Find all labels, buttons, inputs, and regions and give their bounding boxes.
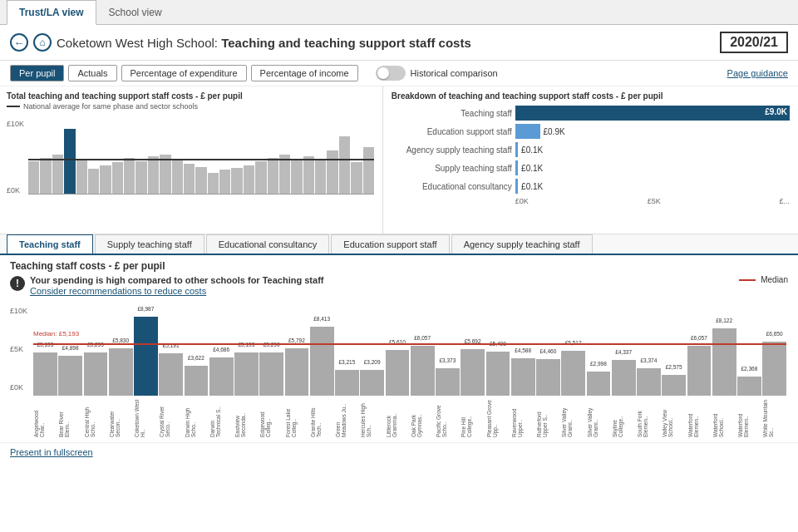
breakdown-bar-agency — [515, 142, 518, 157]
bottom-bars: £5,193 £4,898 £5,295 £5,830 £8,987 £5,19… — [33, 300, 786, 396]
xl-3: Central High Scho.. — [84, 399, 108, 437]
b-bar-24: £4,337 — [612, 360, 636, 396]
page-guidance-link[interactable]: Page guidance — [727, 68, 788, 78]
filter-actuals[interactable]: Actuals — [68, 65, 116, 81]
median-line-icon — [739, 279, 756, 281]
y-labels-bottom: £10K £5K £0K — [10, 300, 33, 392]
bar-9 — [124, 158, 135, 195]
b-bar-11: £5,792 — [285, 348, 309, 396]
bottom-title: Teaching staff costs - £ per pupil — [10, 260, 788, 272]
xl-7: Darwin High Scho.. — [185, 399, 209, 437]
sub-tab-teaching[interactable]: Teaching staff — [7, 234, 93, 254]
sub-tab-edu-support[interactable]: Education support staff — [331, 234, 449, 254]
right-chart: Breakdown of teaching and teaching suppo… — [383, 86, 798, 234]
bar-29 — [363, 147, 374, 195]
bar-28 — [351, 162, 362, 195]
xl-24: Skyline College.. — [612, 399, 636, 437]
charts-row: Total teaching and teaching support staf… — [0, 86, 798, 234]
b-bar-4: £5,830 — [109, 348, 133, 396]
historical-toggle[interactable] — [376, 66, 406, 81]
sub-tab-supply[interactable]: Supply teaching staff — [95, 234, 204, 254]
fullscreen-link[interactable]: Present in fullscreen — [10, 447, 93, 457]
b-bar-22: £5,517 — [561, 351, 585, 396]
home-button[interactable]: ⌂ — [33, 33, 52, 52]
breakdown-bar-wrap-teaching: £9.0K — [515, 106, 790, 121]
xl-28: Waterford School.. — [712, 399, 736, 437]
top-tabs: Trust/LA view School view — [0, 0, 798, 25]
toggle-label: Historical comparison — [411, 68, 498, 78]
b-bar-10: £5,296 — [259, 352, 283, 396]
legend-line-icon — [7, 106, 20, 107]
tab-trust-la[interactable]: Trust/LA view — [7, 0, 96, 25]
bar-11 — [148, 156, 159, 195]
alert-content: Your spending is high compared to other … — [30, 275, 323, 297]
xl-6: Crystal River Seco.. — [159, 399, 183, 437]
right-chart-title: Breakdown of teaching and teaching suppo… — [392, 91, 790, 101]
median-legend-label: Median — [761, 275, 788, 284]
breakdown-value-consultancy: £0.1K — [521, 182, 543, 191]
b-bar-7: £3,622 — [185, 366, 209, 396]
b-bar-25: £3,374 — [637, 368, 661, 396]
xl-17: Pacific Grove Scho.. — [436, 399, 460, 437]
breakdown-row-agency: Agency supply teaching staff £0.1K — [392, 142, 790, 157]
b-bar-17: £3,373 — [436, 368, 460, 396]
bar-14 — [184, 164, 195, 195]
bottom-section: Teaching staff costs - £ per pupil ! You… — [0, 255, 798, 442]
breakdown-row-supply: Supply teaching staff £0.1K — [392, 160, 790, 175]
breakdown-bar-wrap-agency: £0.1K — [515, 142, 790, 157]
sub-tab-consultancy[interactable]: Educational consultancy — [206, 234, 330, 254]
filter-pct-expenditure[interactable]: Percentage of expenditure — [121, 65, 247, 81]
left-chart-subtitle: National average for same phase and sect… — [7, 102, 376, 111]
xl-22: Silver Valley Grami.. — [561, 399, 585, 437]
b-bar-19: £5,408 — [486, 352, 510, 396]
bottom-chart: £10K £5K £0K Median: £5,193 £5,193 £4,89… — [10, 300, 788, 437]
back-button[interactable]: ← — [10, 33, 28, 52]
bar-4 — [64, 129, 75, 195]
median-legend: Median — [739, 275, 788, 284]
xl-29: Waterford Elemen.. — [737, 399, 761, 437]
b-bar-3: £5,295 — [84, 352, 108, 396]
sub-tab-agency[interactable]: Agency supply teaching staff — [451, 234, 593, 254]
breakdown-label-supply: Supply teaching staff — [392, 164, 512, 173]
avg-line — [28, 159, 374, 160]
breakdown-label-consultancy: Educational consultancy — [392, 182, 512, 191]
xl-25: South Fork Elemen.. — [637, 399, 661, 437]
b-bar-9: £5,193 — [234, 352, 259, 396]
breakdown-bar-wrap-supply: £0.1K — [515, 160, 790, 175]
tab-school[interactable]: School view — [96, 0, 175, 25]
alert-link[interactable]: Consider recommendations to reduce costs — [30, 286, 206, 296]
bar-7 — [100, 165, 111, 195]
bar-6 — [88, 169, 99, 195]
sub-tabs: Teaching staff Supply teaching staff Edu… — [0, 234, 798, 255]
b-bar-23: £2,998 — [587, 372, 611, 396]
xl-4: Clearwater Secon.. — [109, 399, 133, 437]
xl-5: Coketown West Hi.. — [134, 399, 158, 437]
footer: Present in fullscreen — [0, 442, 798, 461]
b-bar-12: £8,413 — [310, 327, 334, 396]
bar-5 — [76, 160, 87, 195]
b-bar-2: £4,898 — [58, 356, 82, 396]
b-bar-14: £3,209 — [360, 370, 384, 396]
breakdown-x-labels: £0K £5K £... — [392, 197, 790, 205]
filter-pct-income[interactable]: Percentage of income — [251, 65, 358, 81]
xl-14: Hercules High Sch.. — [360, 399, 384, 437]
b-bar-18: £5,692 — [461, 349, 485, 396]
filter-per-pupil[interactable]: Per pupil — [10, 65, 64, 81]
left-chart: Total teaching and teaching support staf… — [0, 86, 383, 234]
y-label-0k: £0K — [7, 186, 20, 195]
b-bar-29: £2,368 — [737, 377, 761, 396]
xl-30: White Mountain Sc.. — [762, 399, 786, 437]
x-axis — [28, 194, 374, 195]
breakdown-label-teaching: Teaching staff — [392, 109, 512, 118]
xl-1: Angelwood Char.. — [33, 399, 57, 437]
left-chart-title: Total teaching and teaching support staf… — [7, 91, 376, 101]
bar-2 — [40, 158, 51, 195]
xl-11: Forest Lake Colleg.. — [285, 399, 309, 437]
b-bar-15: £5,610 — [386, 350, 410, 396]
page-header: ← ⌂ Coketown West High School: Teaching … — [0, 25, 798, 61]
breakdown-bar-wrap-edu-support: £0.9K — [515, 124, 790, 139]
bar-8 — [112, 162, 123, 195]
page-title: Coketown West High School: Teaching and … — [57, 36, 471, 50]
xl-13: Green Meadows Ju.. — [335, 399, 359, 437]
xl-10: Edgewood Colleg.. — [259, 399, 283, 437]
